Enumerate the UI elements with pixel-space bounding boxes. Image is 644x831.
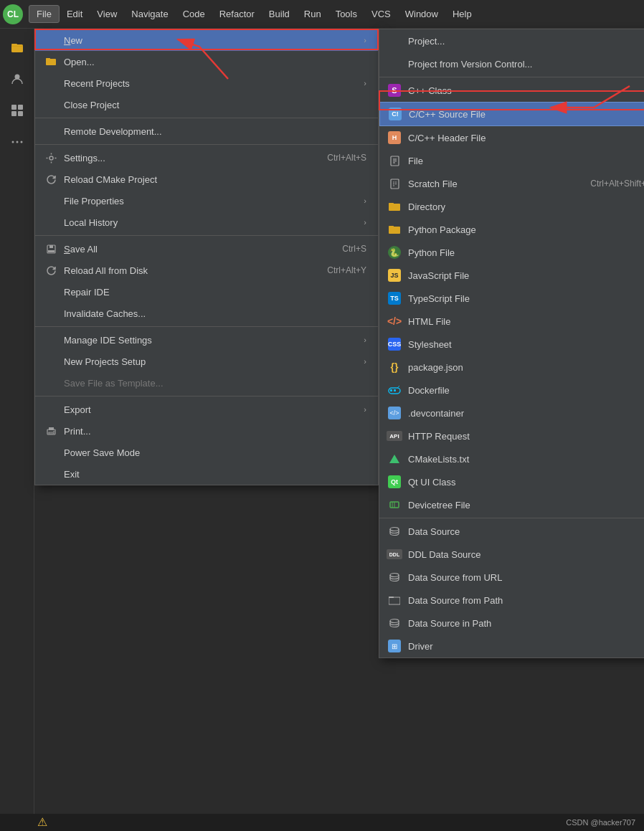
submenu-item-python-package[interactable]: Python Package: [379, 218, 644, 241]
submenu-item-datasource-url[interactable]: Data Source from URL: [379, 566, 644, 589]
menu-item-settings[interactable]: Settings... Ctrl+Alt+S: [35, 147, 378, 168]
menu-window[interactable]: Window: [398, 6, 445, 22]
svg-rect-29: [389, 203, 394, 204]
submenu-item-python-file[interactable]: 🐍 Python File: [379, 241, 644, 264]
submenu-item-dockerfile[interactable]: Dockerfile: [379, 379, 644, 402]
submenu-item-directory[interactable]: Directory: [379, 195, 644, 218]
menu-item-local-history[interactable]: Local History ›: [35, 212, 378, 233]
print-icon: [44, 424, 58, 438]
menu-item-new[interactable]: New ›: [35, 29, 378, 51]
menu-item-power-save[interactable]: Power Save Mode: [35, 442, 378, 463]
cpp-source-icon: C!: [387, 106, 403, 122]
menu-vcs[interactable]: VCS: [364, 6, 398, 22]
sidebar-icon-user[interactable]: [4, 66, 30, 92]
local-history-arrow: ›: [364, 218, 366, 227]
menu-help[interactable]: Help: [445, 6, 479, 22]
submenu-item-html[interactable]: </> HTML File: [379, 310, 644, 333]
menu-item-repair[interactable]: Repair IDE: [35, 281, 378, 303]
submenu-item-qt[interactable]: Qt Qt UI Class: [379, 470, 644, 493]
submenu-item-datasource-path[interactable]: Data Source from Path: [379, 589, 644, 612]
new-projects-setup-arrow: ›: [364, 357, 366, 366]
scratch-label: Scratch File: [408, 179, 590, 189]
submenu-item-driver[interactable]: ⊞ Driver: [379, 635, 644, 657]
scratch-icon: [387, 176, 402, 191]
submenu-item-http[interactable]: API HTTP Request: [379, 424, 644, 447]
svg-rect-10: [46, 59, 56, 65]
submenu-item-cmake[interactable]: CMakeLists.txt: [379, 447, 644, 470]
cpp-header-label: C/C++ Header File: [408, 133, 644, 143]
settings-icon: [44, 151, 58, 165]
menu-build[interactable]: Build: [262, 6, 297, 22]
menu-run[interactable]: Run: [297, 6, 328, 22]
menu-item-remote[interactable]: Remote Development...: [35, 120, 378, 142]
menu-item-exit[interactable]: Exit: [35, 463, 378, 485]
remote-label: Remote Development...: [64, 126, 366, 137]
file-label: File: [408, 156, 644, 166]
new-arrow: ›: [364, 36, 366, 44]
svg-point-7: [11, 141, 14, 143]
svg-point-8: [16, 141, 18, 143]
menu-item-print[interactable]: Print...: [35, 420, 378, 442]
svg-rect-3: [11, 105, 16, 110]
save-all-icon: [44, 242, 58, 256]
menu-item-manage-ide[interactable]: Manage IDE Settings ›: [35, 329, 378, 351]
sidebar-icon-more[interactable]: [4, 129, 30, 155]
menu-item-reload-cmake[interactable]: Reload CMake Project: [35, 168, 378, 190]
devcontainer-icon: </>: [387, 405, 402, 421]
menu-view[interactable]: View: [90, 6, 124, 22]
submenu-item-datasource-in-path[interactable]: Data Source in Path: [379, 612, 644, 635]
save-template-icon: [44, 376, 58, 390]
menu-item-new-projects-setup[interactable]: New Projects Setup ›: [35, 351, 378, 372]
sidebar-icon-folder[interactable]: [4, 34, 30, 60]
submenu-item-cpp-class[interactable]: S C++ Class: [379, 79, 644, 102]
package-json-label: package.json: [408, 362, 644, 373]
menu-item-open[interactable]: Open...: [35, 51, 378, 72]
submenu-item-scratch[interactable]: Scratch File Ctrl+Alt+Shift+Insert: [379, 172, 644, 195]
menu-item-export[interactable]: Export ›: [35, 399, 378, 420]
submenu-item-project[interactable]: Project...: [379, 29, 644, 52]
svg-rect-24: [391, 179, 399, 189]
data-source-label: Data Source: [408, 526, 644, 537]
submenu-item-cpp-source[interactable]: C! C/C++ Source File: [379, 102, 644, 126]
submenu-item-file[interactable]: File: [379, 149, 644, 172]
svg-rect-18: [49, 432, 54, 434]
project-vcs-label: Project from Version Control...: [408, 59, 644, 70]
submenu-item-project-vcs[interactable]: Project from Version Control...: [379, 52, 644, 75]
menu-file[interactable]: File: [29, 5, 60, 23]
datasource-path-label: Data Source from Path: [408, 595, 644, 606]
submenu-item-stylesheet[interactable]: CSS Stylesheet: [379, 333, 644, 356]
menu-item-close[interactable]: Close Project: [35, 94, 378, 115]
python-package-icon: [387, 222, 402, 237]
new-projects-setup-icon: [44, 354, 58, 369]
export-icon: [44, 402, 58, 417]
menu-item-recent[interactable]: Recent Projects ›: [35, 72, 378, 94]
submenu-item-ddl[interactable]: DDL DDL Data Source: [379, 543, 644, 566]
submenu-item-cpp-header[interactable]: H C/C++ Header File: [379, 126, 644, 149]
menu-item-reload-disk[interactable]: Reload All from Disk Ctrl+Alt+Y: [35, 260, 378, 281]
submenu-item-ts[interactable]: TS TypeScript File: [379, 287, 644, 310]
settings-shortcut: Ctrl+Alt+S: [327, 153, 366, 163]
svg-point-39: [390, 528, 399, 531]
close-icon: [44, 98, 58, 112]
menu-navigate[interactable]: Navigate: [124, 6, 175, 22]
menu-item-save-all[interactable]: Save All Ctrl+S: [35, 238, 378, 260]
menu-tools[interactable]: Tools: [328, 6, 364, 22]
menu-refactor[interactable]: Refactor: [212, 6, 262, 22]
python-file-label: Python File: [408, 247, 644, 258]
menu-item-invalidate[interactable]: Invalidate Caches...: [35, 303, 378, 324]
menu-code[interactable]: Code: [176, 6, 212, 22]
submenu-item-devcontainer[interactable]: </> .devcontainer: [379, 402, 644, 424]
sidebar-icon-blocks[interactable]: [4, 98, 30, 123]
svg-rect-31: [389, 226, 394, 227]
submenu-item-package-json[interactable]: {} package.json: [379, 356, 644, 379]
python-package-label: Python Package: [408, 224, 644, 235]
submenu-item-js[interactable]: JS JavaScript File: [379, 264, 644, 287]
cpp-source-label: C/C++ Source File: [409, 109, 644, 120]
submenu-item-devicetree[interactable]: Devicetree File: [379, 493, 644, 516]
menu-edit[interactable]: Edit: [60, 6, 90, 22]
menu-item-save-template: Save File as Template...: [35, 372, 378, 394]
submenu-item-data-source[interactable]: Data Source ›: [379, 520, 644, 543]
stylesheet-label: Stylesheet: [408, 339, 644, 350]
menu-item-file-props[interactable]: File Properties ›: [35, 190, 378, 212]
open-label: Open...: [64, 57, 366, 67]
